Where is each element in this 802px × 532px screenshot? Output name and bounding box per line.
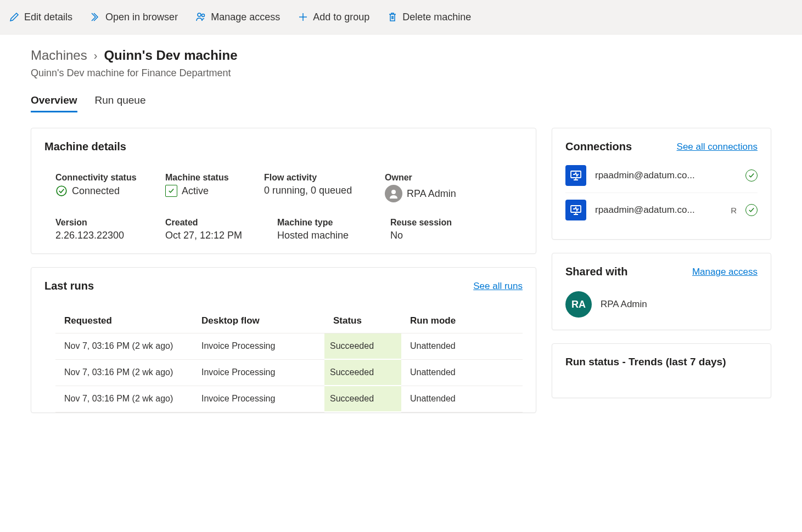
cell-mode: Unattended: [401, 333, 523, 360]
cell-mode: Unattended: [401, 359, 523, 386]
shared-user-name: RPA Admin: [601, 299, 647, 310]
reuse-session-item: Reuse session No: [390, 218, 495, 241]
table-row[interactable]: Nov 7, 03:16 PM (2 wk ago)Invoice Proces…: [55, 386, 523, 412]
connectivity-status-item: Connectivity status Connected: [55, 173, 165, 202]
owner-item: Owner RPA Admin: [385, 173, 495, 202]
cell-status: Succeeded: [324, 333, 401, 360]
machine-details-card: Machine details Connectivity status Conn…: [31, 128, 536, 254]
person-icon: [385, 185, 402, 202]
command-toolbar: Edit details Open in browser Manage acce…: [0, 0, 802, 35]
connection-item[interactable]: rpaadmin@adatum.co...: [565, 159, 758, 193]
see-all-runs-link[interactable]: See all runs: [473, 281, 523, 292]
avatar: RA: [565, 291, 592, 318]
connection-item[interactable]: rpaadmin@adatum.co...R: [565, 193, 758, 227]
check-circle-icon: [745, 169, 758, 182]
breadcrumb-current: Quinn's Dev machine: [104, 48, 237, 63]
col-status[interactable]: Status: [324, 309, 401, 333]
shared-user-item[interactable]: RA RPA Admin: [565, 291, 758, 318]
open-icon: [90, 12, 101, 22]
cell-flow: Invoice Processing: [193, 333, 324, 360]
shared-with-card: Shared with Manage access RA RPA Admin: [552, 253, 771, 330]
last-runs-title: Last runs: [44, 280, 94, 292]
manage-access-link[interactable]: Manage access: [692, 267, 758, 278]
col-run-mode[interactable]: Run mode: [401, 309, 523, 333]
shared-with-title: Shared with: [565, 265, 627, 278]
desktop-flow-icon: [565, 200, 586, 220]
tabs: Overview Run queue: [31, 94, 771, 112]
svg-point-0: [198, 13, 201, 16]
cell-requested: Nov 7, 03:16 PM (2 wk ago): [55, 333, 193, 360]
connection-label: rpaadmin@adatum.co...: [595, 170, 737, 181]
run-status-card: Run status - Trends (last 7 days): [552, 343, 771, 398]
delete-machine-label: Delete machine: [402, 12, 471, 23]
cell-status: Succeeded: [324, 386, 401, 412]
manage-access-label: Manage access: [211, 12, 280, 23]
people-icon: [195, 12, 206, 22]
cell-requested: Nov 7, 03:16 PM (2 wk ago): [55, 359, 193, 386]
connections-title: Connections: [565, 140, 632, 153]
chevron-right-icon: ›: [94, 49, 98, 62]
svg-point-3: [391, 190, 396, 194]
desktop-flow-icon: [565, 165, 586, 186]
cell-requested: Nov 7, 03:16 PM (2 wk ago): [55, 386, 193, 412]
run-status-title: Run status - Trends (last 7 days): [565, 356, 758, 368]
delete-machine-button[interactable]: Delete machine: [385, 8, 473, 26]
add-to-group-label: Add to group: [313, 12, 369, 23]
see-all-connections-link[interactable]: See all connections: [677, 142, 758, 152]
page-subtitle: Quinn's Dev machine for Finance Departme…: [31, 67, 771, 79]
edit-details-button[interactable]: Edit details: [7, 8, 75, 26]
tab-run-queue[interactable]: Run queue: [95, 94, 146, 112]
col-requested[interactable]: Requested: [55, 309, 193, 333]
machine-details-title: Machine details: [44, 140, 523, 153]
last-runs-card: Last runs See all runs Requested Desktop…: [31, 267, 536, 413]
cell-flow: Invoice Processing: [193, 386, 324, 412]
breadcrumb: Machines › Quinn's Dev machine: [31, 48, 771, 63]
plus-icon: [298, 12, 309, 22]
cell-flow: Invoice Processing: [193, 359, 324, 386]
connections-card: Connections See all connections rpaadmin…: [552, 128, 771, 240]
table-row[interactable]: Nov 7, 03:16 PM (2 wk ago)Invoice Proces…: [55, 333, 523, 360]
runs-table: Requested Desktop flow Status Run mode N…: [55, 309, 523, 412]
machine-status-item: Machine status Active: [165, 173, 264, 202]
cell-mode: Unattended: [401, 386, 523, 412]
version-item: Version 2.26.123.22300: [55, 218, 165, 241]
created-item: Created Oct 27, 12:12 PM: [165, 218, 264, 241]
check-circle-icon: [745, 204, 758, 216]
open-browser-button[interactable]: Open in browser: [88, 8, 180, 26]
add-to-group-button[interactable]: Add to group: [295, 8, 372, 26]
connection-label: rpaadmin@adatum.co...: [595, 205, 722, 216]
col-desktop-flow[interactable]: Desktop flow: [193, 309, 324, 333]
svg-point-2: [57, 186, 66, 196]
manage-access-button[interactable]: Manage access: [193, 8, 282, 26]
check-circle-icon: [55, 185, 68, 197]
table-row[interactable]: Nov 7, 03:16 PM (2 wk ago)Invoice Proces…: [55, 359, 523, 386]
machine-type-item: Machine type Hosted machine: [277, 218, 385, 241]
svg-point-1: [202, 14, 205, 17]
flow-activity-item: Flow activity 0 running, 0 queued: [264, 173, 385, 202]
cell-status: Succeeded: [324, 359, 401, 386]
tab-overview[interactable]: Overview: [31, 94, 77, 112]
check-square-icon: [165, 185, 177, 197]
open-browser-label: Open in browser: [105, 12, 178, 23]
pencil-icon: [9, 12, 20, 22]
trash-icon: [387, 12, 398, 22]
edit-details-label: Edit details: [24, 12, 72, 23]
connection-extra: R: [731, 206, 737, 215]
breadcrumb-root[interactable]: Machines: [31, 48, 87, 63]
